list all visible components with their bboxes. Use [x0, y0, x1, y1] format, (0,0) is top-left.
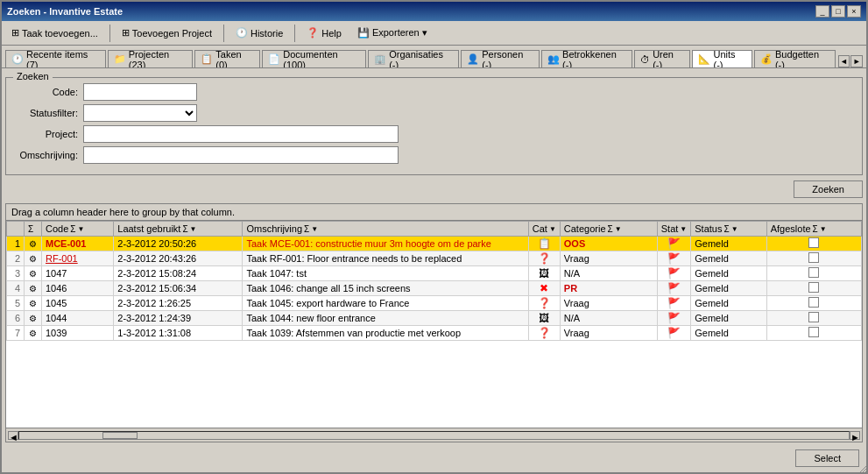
resize-icon: [857, 463, 866, 472]
tab-involved[interactable]: 👥 Betrokkenen (-): [541, 50, 632, 67]
row-cat-icon: ✖: [528, 281, 560, 296]
col-cat-header[interactable]: Cat ▼: [528, 222, 560, 237]
row-code: 1046: [42, 281, 114, 296]
table-row[interactable]: 3 ⚙ 1047 2-3-2012 15:08:24 Taak 1047: ts…: [7, 266, 862, 281]
table-row[interactable]: 5 ⚙ 1045 2-3-2012 1:26:25 Taak 1045: exp…: [7, 296, 862, 311]
row-gear-icon: ⚙: [25, 266, 42, 281]
code-sigma: Σ: [70, 224, 75, 234]
tab-nav-right[interactable]: ►: [850, 55, 863, 67]
table-row[interactable]: 6 ⚙ 1044 2-3-2012 1:24:39 Taak 1044: new…: [7, 311, 862, 326]
scroll-left-btn[interactable]: ◄: [8, 431, 18, 440]
tab-budgets-label: Budgetten (-): [775, 49, 829, 69]
row-gear-icon: ⚙: [25, 251, 42, 266]
add-task-label: Taak toevoegen...: [22, 28, 98, 39]
tab-projects[interactable]: 📁 Projecten (23): [108, 50, 194, 67]
tab-persons[interactable]: 👤 Personen (-): [461, 50, 540, 67]
row-stat-icon: 🚩: [657, 311, 691, 326]
tab-nav-left[interactable]: ◄: [838, 55, 850, 67]
col-status-label: Status: [695, 223, 722, 234]
minimize-button[interactable]: _: [815, 5, 829, 18]
row-code: 1047: [42, 266, 114, 281]
col-category-header[interactable]: Categorie Σ ▼: [560, 222, 657, 237]
tab-recent[interactable]: 🕐 Recente items (7): [5, 50, 106, 67]
row-last-used: 2-3-2012 15:06:34: [114, 281, 243, 296]
row-cat-icon: ❓: [528, 296, 560, 311]
maximize-button[interactable]: □: [831, 5, 845, 18]
horizontal-scrollbar[interactable]: ◄ ►: [6, 428, 862, 442]
tab-organisations[interactable]: 🏢 Organisaties (-): [368, 50, 459, 67]
row-status: Gemeld: [691, 326, 766, 341]
omschrijving-input[interactable]: [83, 146, 399, 164]
col-category-label: Categorie: [564, 223, 606, 234]
row-last-used: 2-3-2012 15:08:24: [114, 266, 243, 281]
table-row[interactable]: 2 ⚙ RF-001 2-3-2012 20:43:26 Taak RF-001…: [7, 251, 862, 266]
export-button[interactable]: 💾 Exporteren ▾: [351, 25, 434, 41]
row-description: Taak MCE-001: constructie muur 3m hoogte…: [243, 237, 528, 251]
statusfilter-select[interactable]: [83, 104, 197, 122]
tab-hours[interactable]: ⏱ Uren (-): [634, 50, 690, 67]
row-gear-icon: ⚙: [25, 281, 42, 296]
col-num: [7, 222, 25, 237]
project-input[interactable]: [83, 125, 399, 143]
row-code: MCE-001: [42, 237, 114, 251]
add-project-button[interactable]: ⊞ Toevoegen Project: [116, 25, 218, 41]
scroll-thumb[interactable]: [102, 432, 138, 439]
scroll-track[interactable]: [18, 431, 850, 440]
col-code-header[interactable]: Code Σ ▼: [42, 222, 114, 237]
tab-units[interactable]: 📐 Units (-): [692, 50, 752, 67]
resize-handle[interactable]: [857, 463, 866, 472]
row-stat-icon: 🚩: [657, 237, 691, 251]
table-row[interactable]: 1 ⚙ MCE-001 2-3-2012 20:50:26 Taak MCE-0…: [7, 237, 862, 251]
row-description: Taak 1045: export hardware to France: [243, 296, 528, 311]
tab-documents-icon: 📄: [268, 53, 280, 65]
code-input[interactable]: [83, 83, 197, 101]
toolbar-separator-1: [109, 25, 110, 42]
tab-budgets[interactable]: 💰 Budgetten (-): [754, 50, 836, 67]
search-button[interactable]: Zoeken: [794, 180, 863, 198]
statusfilter-label: Statusfilter:: [13, 108, 83, 118]
select-button[interactable]: Select: [795, 449, 859, 467]
code-label: Code:: [13, 87, 83, 97]
help-button[interactable]: ❓ Help: [300, 25, 348, 41]
close-button[interactable]: ×: [847, 5, 861, 18]
col-icon-header: Σ: [25, 222, 42, 237]
table-row[interactable]: 7 ⚙ 1039 1-3-2012 1:31:08 Taak 1039: Afs…: [7, 326, 862, 341]
tab-units-label: Units (-): [713, 49, 745, 69]
row-cat-icon: 📋: [528, 237, 560, 251]
search-group-title: Zoeken: [13, 71, 53, 81]
tab-documents[interactable]: 📄 Documenten (100): [262, 50, 366, 67]
col-status-header[interactable]: Status Σ ▼: [691, 222, 766, 237]
closed-sigma: Σ: [813, 224, 818, 234]
sigma-icon: Σ: [28, 224, 33, 234]
stat-sort: ▼: [680, 225, 687, 233]
col-desc-header[interactable]: Omschrijving Σ ▼: [243, 222, 528, 237]
col-stat-header[interactable]: Stat ▼: [657, 222, 691, 237]
row-last-used: 2-3-2012 1:24:39: [114, 311, 243, 326]
col-lastused-header[interactable]: Laatst gebruikt Σ ▼: [114, 222, 243, 237]
search-group: Zoeken Code: Statusfilter: Project: Omsc…: [5, 77, 863, 175]
grid-table-wrapper[interactable]: Σ Code Σ ▼ Laatst: [6, 221, 862, 428]
row-closed: [766, 281, 861, 296]
tab-recent-icon: 🕐: [11, 53, 24, 65]
row-code: RF-001: [42, 251, 114, 266]
bottom-bar: Select: [5, 446, 863, 469]
table-row[interactable]: 4 ⚙ 1046 2-3-2012 15:06:34 Taak 1046: ch…: [7, 281, 862, 296]
tab-tasks[interactable]: 📋 Taken (0): [194, 50, 260, 67]
row-gear-icon: ⚙: [25, 326, 42, 341]
history-button[interactable]: 🕐 Historie: [229, 25, 289, 41]
row-description: Taak RF-001: Floor entrance needs to be …: [243, 251, 528, 266]
add-task-icon: ⊞: [11, 27, 19, 39]
status-sort: ▼: [731, 225, 738, 233]
lastused-sort: ▼: [190, 225, 197, 233]
row-gear-icon: ⚙: [25, 296, 42, 311]
tab-tasks-label: Taken (0): [215, 49, 254, 69]
tab-tasks-icon: 📋: [201, 53, 213, 65]
row-closed: [766, 266, 861, 281]
row-closed: [766, 296, 861, 311]
add-task-button[interactable]: ⊞ Taak toevoegen...: [5, 25, 104, 41]
col-closed-header[interactable]: Afgeslote Σ ▼: [766, 222, 861, 237]
project-label: Project:: [13, 129, 83, 139]
row-category: PR: [560, 281, 657, 296]
desc-sort: ▼: [311, 225, 318, 233]
scroll-right-btn[interactable]: ►: [850, 431, 860, 440]
